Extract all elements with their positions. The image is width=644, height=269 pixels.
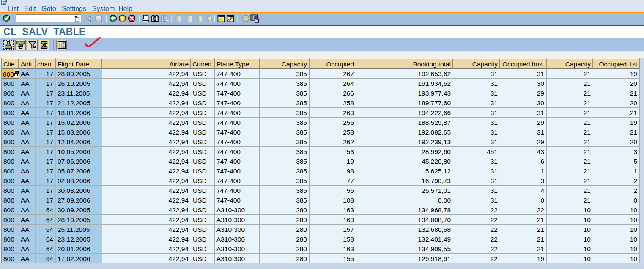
svg-text:?: ?	[244, 15, 248, 22]
